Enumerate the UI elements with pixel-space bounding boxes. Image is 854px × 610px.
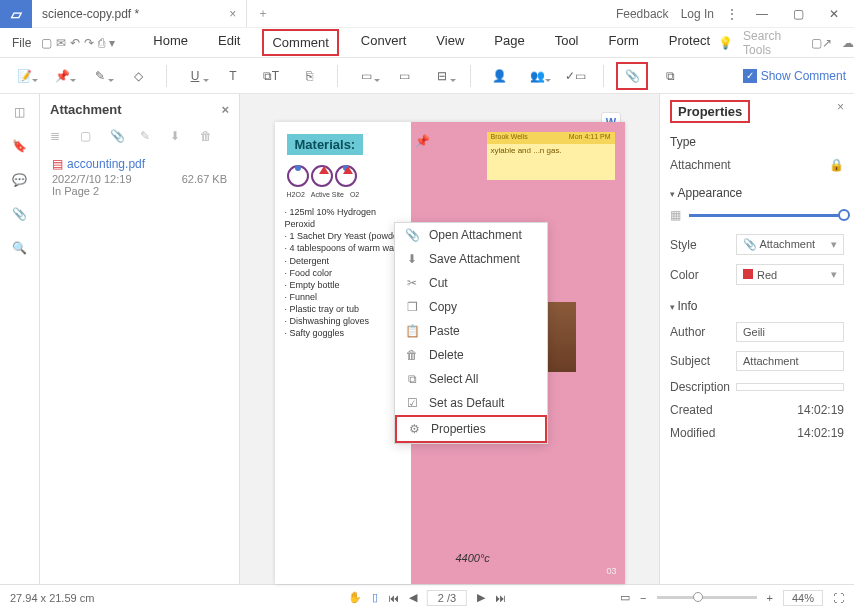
- list-icon[interactable]: ≣: [50, 129, 66, 145]
- subject-input[interactable]: Attachment: [736, 351, 844, 371]
- tab-view[interactable]: View: [428, 29, 472, 56]
- last-page-icon[interactable]: ⏭: [495, 592, 506, 604]
- show-comment-toggle[interactable]: ✓ Show Comment: [743, 69, 846, 83]
- textbox-tool[interactable]: ⧉T: [255, 62, 287, 90]
- add-tab-button[interactable]: ＋: [247, 5, 279, 22]
- approve-tool[interactable]: ✓▭: [559, 62, 591, 90]
- comment-icon[interactable]: 💬: [10, 170, 30, 190]
- attachment-icon[interactable]: 📎: [10, 204, 30, 224]
- ctx-label: Copy: [429, 300, 457, 314]
- stamp-tool[interactable]: 👤: [483, 62, 515, 90]
- highlight-tool[interactable]: ✎: [84, 62, 116, 90]
- ctx-cut[interactable]: ✂Cut: [395, 271, 547, 295]
- delete-icon[interactable]: 🗑: [200, 129, 216, 145]
- checkbox-icon: ✓: [743, 69, 757, 83]
- ctx-properties[interactable]: ⚙Properties: [395, 415, 547, 443]
- tab-form[interactable]: Form: [601, 29, 647, 56]
- ctx-selectall[interactable]: ⧉Select All: [395, 367, 547, 391]
- ctx-open[interactable]: 📎Open Attachment: [395, 223, 547, 247]
- save-icon[interactable]: ⬇: [170, 129, 186, 145]
- add-icon[interactable]: ▢: [80, 129, 96, 145]
- hand-tool-icon[interactable]: ✋: [348, 591, 362, 604]
- shape-tool[interactable]: ▭: [350, 62, 382, 90]
- signature-tool[interactable]: 👥: [521, 62, 553, 90]
- tab-protect[interactable]: Protect: [661, 29, 718, 56]
- next-page-icon[interactable]: ▶: [477, 591, 485, 604]
- minimize-button[interactable]: —: [750, 7, 774, 21]
- ctx-save[interactable]: ⬇Save Attachment: [395, 247, 547, 271]
- app-icon: ▱: [0, 0, 32, 28]
- author-input[interactable]: Geili: [736, 322, 844, 342]
- attachment-title: Attachment: [50, 102, 122, 117]
- tab-edit[interactable]: Edit: [210, 29, 248, 56]
- color-select[interactable]: Red▾: [736, 264, 844, 285]
- maximize-button[interactable]: ▢: [786, 7, 810, 21]
- bookmark-tool[interactable]: 📌: [46, 62, 78, 90]
- close-tab-icon[interactable]: ×: [229, 7, 236, 21]
- zoom-slider[interactable]: [657, 596, 757, 599]
- tab-title: science-copy.pdf *: [42, 7, 139, 21]
- layout-icon[interactable]: ▭: [620, 591, 630, 604]
- cloud-up-icon[interactable]: ☁: [842, 36, 854, 50]
- select-tool-icon[interactable]: ▯: [372, 591, 378, 604]
- ctx-copy[interactable]: ❐Copy: [395, 295, 547, 319]
- undo-icon[interactable]: ↶: [70, 33, 80, 53]
- search-input[interactable]: Search Tools: [743, 29, 781, 57]
- check-icon: ☑: [405, 396, 419, 410]
- note-tool[interactable]: 📝: [8, 62, 40, 90]
- fit-icon[interactable]: ⛶: [833, 592, 844, 604]
- ctx-delete[interactable]: 🗑Delete: [395, 343, 547, 367]
- bookmark-icon[interactable]: 🔖: [10, 136, 30, 156]
- close-properties-icon[interactable]: ×: [837, 100, 844, 114]
- description-input[interactable]: [736, 383, 844, 391]
- zoom-in-icon[interactable]: +: [767, 592, 773, 604]
- edit-icon[interactable]: ✎: [140, 129, 156, 145]
- document-tab[interactable]: science-copy.pdf * ×: [32, 0, 247, 27]
- first-page-icon[interactable]: ⏮: [388, 592, 399, 604]
- zoom-value[interactable]: 44%: [783, 590, 823, 606]
- tab-page[interactable]: Page: [486, 29, 532, 56]
- ctx-default[interactable]: ☑Set as Default: [395, 391, 547, 415]
- kebab-icon[interactable]: ⋮: [726, 7, 738, 21]
- prev-page-icon[interactable]: ◀: [409, 591, 417, 604]
- text-tool[interactable]: T: [217, 62, 249, 90]
- sticky-note[interactable]: Brook Wells Mon 4:11 PM xylable and ...n…: [487, 132, 615, 180]
- appearance-section[interactable]: Appearance: [670, 186, 844, 200]
- share-icon[interactable]: ▢↗: [811, 36, 832, 50]
- dropdown-icon[interactable]: ▾: [109, 33, 115, 53]
- close-panel-icon[interactable]: ×: [221, 102, 229, 117]
- attachment-tool[interactable]: 📎: [616, 62, 648, 90]
- zoom-out-icon[interactable]: −: [640, 592, 646, 604]
- typewriter-tool[interactable]: ⎘: [293, 62, 325, 90]
- opacity-slider[interactable]: [689, 214, 844, 217]
- attachment-pin-icon[interactable]: 📌: [415, 134, 430, 148]
- save-icon[interactable]: ▢: [41, 33, 52, 53]
- clip-icon[interactable]: 📎: [110, 129, 126, 145]
- eraser-tool[interactable]: ◇: [122, 62, 154, 90]
- tab-convert[interactable]: Convert: [353, 29, 415, 56]
- style-select[interactable]: 📎 Attachment▾: [736, 234, 844, 255]
- lock-icon[interactable]: 🔒: [829, 158, 844, 172]
- tab-tool[interactable]: Tool: [547, 29, 587, 56]
- callout-tool[interactable]: ▭: [388, 62, 420, 90]
- search-icon[interactable]: 🔍: [10, 238, 30, 258]
- context-menu: 📎Open Attachment ⬇Save Attachment ✂Cut ❐…: [394, 222, 548, 444]
- underline-tool[interactable]: U: [179, 62, 211, 90]
- file-menu[interactable]: File: [4, 32, 39, 54]
- ctx-paste[interactable]: 📋Paste: [395, 319, 547, 343]
- measure-tool[interactable]: ⊟: [426, 62, 458, 90]
- close-button[interactable]: ✕: [822, 7, 846, 21]
- attachment-item[interactable]: ▤accounting.pdf 2022/7/10 12:19 62.67 KB…: [40, 153, 239, 201]
- feedback-link[interactable]: Feedback: [616, 7, 669, 21]
- page-indicator[interactable]: 2 /3: [427, 590, 467, 606]
- login-link[interactable]: Log In: [681, 7, 714, 21]
- mail-icon[interactable]: ✉: [56, 33, 66, 53]
- annotation-tool[interactable]: ⧉: [654, 62, 686, 90]
- info-section[interactable]: Info: [670, 299, 844, 313]
- print-icon[interactable]: ⎙: [98, 33, 105, 53]
- tab-comment[interactable]: Comment: [262, 29, 338, 56]
- redo-icon[interactable]: ↷: [84, 33, 94, 53]
- thumbnails-icon[interactable]: ◫: [10, 102, 30, 122]
- tab-home[interactable]: Home: [145, 29, 196, 56]
- paste-icon: 📋: [405, 324, 419, 338]
